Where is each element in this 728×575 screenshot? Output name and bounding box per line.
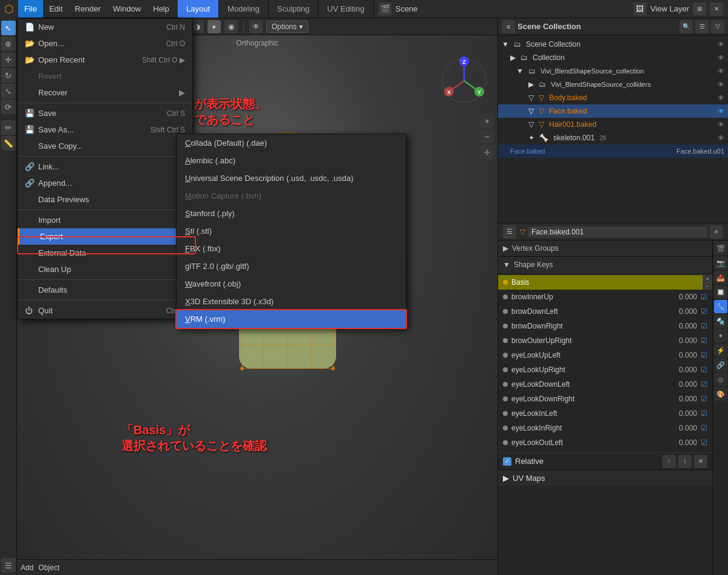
export-alembic[interactable]: Alembic (.abc) <box>177 152 406 169</box>
tab-modeling[interactable]: Modeling <box>219 0 269 18</box>
uv-maps-section[interactable]: ▶ UV Maps <box>498 470 712 486</box>
rel-icon3[interactable]: ✕ <box>694 455 707 468</box>
shape-key-eyeLookInLeft[interactable]: eyeLookInLeft 0.000 ☑ <box>498 406 712 421</box>
export-gltf[interactable]: glTF 2.0 (.glb/.gltf) <box>177 257 406 275</box>
shape-key-eyeLookDownRight[interactable]: eyeLookDownRight 0.000 ☑ <box>498 392 712 406</box>
menu-item-defaults[interactable]: Defaults ▶ <box>18 282 192 298</box>
object-menu[interactable]: Object <box>38 563 59 572</box>
menu-item-recover[interactable]: Recover ▶ <box>18 84 192 101</box>
props-icon-render[interactable]: 📷 <box>714 256 727 270</box>
menu-item-export[interactable]: Export ▶ <box>18 228 192 245</box>
active-object-options[interactable]: ≡ <box>710 225 723 239</box>
menu-item-new[interactable]: 📄New Ctrl N <box>18 19 192 35</box>
menu-edit[interactable]: Edit <box>43 0 69 18</box>
viewport-shading4[interactable]: ◉ <box>224 20 238 33</box>
tool-rotate[interactable]: ↻ <box>1 68 16 83</box>
props-icon-material[interactable]: 🎨 <box>714 387 727 401</box>
shape-key-browInnerUp[interactable]: browInnerUp 0.000 ☑ <box>498 290 712 304</box>
options-dropdown[interactable]: Options ▾ <box>266 21 308 33</box>
menu-render[interactable]: Render <box>69 0 107 18</box>
shape-key-eyeLookUpRight[interactable]: eyeLookUpRight 0.000 ☑ <box>498 362 712 377</box>
viewport-shading3[interactable]: ● <box>207 20 221 33</box>
tree-body-baked[interactable]: ▽ ▽ Body.baked 👁 <box>498 91 728 104</box>
relative-check[interactable]: ✓ <box>503 457 511 466</box>
menu-help[interactable]: Help <box>147 0 175 18</box>
shape-key-basis[interactable]: Basis ☑ + − <box>498 275 712 290</box>
pan-view[interactable]: ☩ <box>480 146 494 159</box>
zoom-in[interactable]: + <box>480 114 494 128</box>
menu-item-open[interactable]: 📂Open... Ctrl O <box>18 35 192 52</box>
new-window-icon[interactable]: ⊞ <box>693 2 706 16</box>
shape-key-browDownRight[interactable]: browDownRight 0.000 ☑ <box>498 319 712 333</box>
rel-icon2[interactable]: ↕ <box>678 455 692 468</box>
menu-item-save-as[interactable]: 💾Save As... Shift Ctrl S <box>18 121 192 138</box>
export-obj[interactable]: Wavefront (.obj) <box>177 275 406 293</box>
tool-extra[interactable]: ☰ <box>1 558 16 573</box>
export-ply[interactable]: Stanford (.ply) <box>177 205 406 222</box>
shape-key-browDownLeft[interactable]: browDownLeft 0.000 ☑ <box>498 304 712 319</box>
outliner-filter-icon[interactable]: 🔍 <box>679 20 693 33</box>
tab-layout[interactable]: Layout <box>178 0 219 18</box>
shape-key-eyeLookUpLeft[interactable]: eyeLookUpLeft 0.000 ☑ <box>498 348 712 362</box>
export-x3d[interactable]: X3D Extensible 3D (.x3d) <box>177 293 406 310</box>
tool-annotate[interactable]: ✏ <box>1 120 16 135</box>
shape-key-eyeLookDownLeft[interactable]: eyeLookDownLeft 0.000 ☑ <box>498 377 712 392</box>
tool-select[interactable]: ↖ <box>1 21 16 35</box>
tree-scene-collection[interactable]: ▼ 🗂 Scene Collection 👁 <box>498 38 728 51</box>
shape-key-remove[interactable]: − <box>703 282 712 290</box>
props-icon-view[interactable]: 🔲 <box>714 285 727 299</box>
menu-item-data-previews[interactable]: Data Previews ▶ <box>18 191 192 208</box>
zoom-out[interactable]: − <box>480 130 494 143</box>
tab-sculpting[interactable]: Sculpting <box>269 0 318 18</box>
tool-measure[interactable]: 📏 <box>1 136 16 151</box>
active-object-dropdown[interactable]: Face.baked.001 <box>528 226 707 237</box>
export-collada[interactable]: Collada (Default) (.dae) <box>177 134 406 152</box>
shape-keys-header[interactable]: ▼ Shape Keys <box>498 257 712 273</box>
tree-vivi-colliders[interactable]: ▶ 🗂 Vivi_BlendShapeSource_colliders 👁 <box>498 78 728 91</box>
menu-item-save-copy[interactable]: Save Copy... <box>18 138 192 154</box>
outliner-filter-icon2[interactable]: ▽ <box>711 20 724 33</box>
shape-key-browOuterUpRight[interactable]: browOuterUpRight 0.000 ☑ <box>498 333 712 348</box>
props-icon-object[interactable]: 🔧 <box>714 300 727 313</box>
add-menu[interactable]: Add <box>21 563 33 572</box>
shape-key-eyeLookOutLeft[interactable]: eyeLookOutLeft 0.000 ☑ <box>498 435 712 450</box>
props-icon-constraints[interactable]: 🔗 <box>714 358 727 372</box>
menu-item-append[interactable]: 🔗Append... <box>18 175 192 191</box>
close-window-icon[interactable]: ✕ <box>710 2 723 16</box>
vertex-groups-header[interactable]: ▶ Vertex Groups <box>498 240 712 256</box>
props-icon-modifier[interactable]: 🔩 <box>714 315 727 328</box>
tool-scale[interactable]: ⤡ <box>1 84 16 98</box>
tab-uv-editing[interactable]: UV Editing <box>318 0 373 18</box>
props-icon-output[interactable]: 📤 <box>714 271 727 284</box>
tree-hair-baked[interactable]: ▽ ▽ Hair001.baked 👁 <box>498 118 728 131</box>
tree-face-baked-row2[interactable]: Face.baked Face.baked.u01 <box>498 145 728 158</box>
menu-item-quit[interactable]: ⏻Quit Ctrl Q <box>18 302 192 319</box>
export-usd[interactable]: Universal Scene Description (.usd, .usdc… <box>177 169 406 187</box>
export-stl[interactable]: Stl (.stl) <box>177 222 406 240</box>
tree-vivi-collection[interactable]: ▼ 🗂 Vivi_BlendShapeSource_collection 👁 <box>498 64 728 78</box>
viewport-options1[interactable]: 👁 <box>249 20 263 33</box>
menu-file[interactable]: File <box>18 0 43 18</box>
export-fbx[interactable]: FBX (.fbx) <box>177 240 406 257</box>
props-icon-object-data[interactable]: ◎ <box>714 373 727 386</box>
menu-item-external-data[interactable]: External Data ▶ <box>18 245 192 261</box>
shape-key-add[interactable]: + <box>703 275 712 282</box>
props-icon-scene[interactable]: 🎬 <box>714 242 727 255</box>
tool-cursor[interactable]: ⊕ <box>1 36 16 51</box>
menu-item-link[interactable]: 🔗Link... <box>18 158 192 175</box>
export-vrm[interactable]: VRM (.vrm) <box>177 310 406 328</box>
tree-face-baked[interactable]: ▽ ▽ Face.baked 👁 <box>498 104 728 118</box>
shape-key-eyeLookInRight[interactable]: eyeLookInRight 0.000 ☑ <box>498 421 712 435</box>
menu-item-save[interactable]: 💾Save Ctrl S <box>18 105 192 121</box>
menu-item-import[interactable]: Import ▶ <box>18 212 192 228</box>
tree-skeleton[interactable]: ✦ 🦴 skeleton.001 28 👁 <box>498 131 728 145</box>
tool-move[interactable]: ✛ <box>1 52 16 67</box>
menu-item-clean-up[interactable]: Clean Up ▶ <box>18 261 192 277</box>
menu-window[interactable]: Window <box>107 0 147 18</box>
menu-item-open-recent[interactable]: 📂Open Recent Shift Ctrl O ▶ <box>18 52 192 68</box>
outliner-settings-icon[interactable]: ☰ <box>695 20 709 33</box>
tree-collection[interactable]: ▶ 🗂 Collection 👁 <box>498 51 728 64</box>
tool-transform[interactable]: ⟳ <box>1 100 16 114</box>
props-icon-physics[interactable]: ⚡ <box>714 344 727 357</box>
props-icon-particles[interactable]: ✦ <box>714 329 727 342</box>
